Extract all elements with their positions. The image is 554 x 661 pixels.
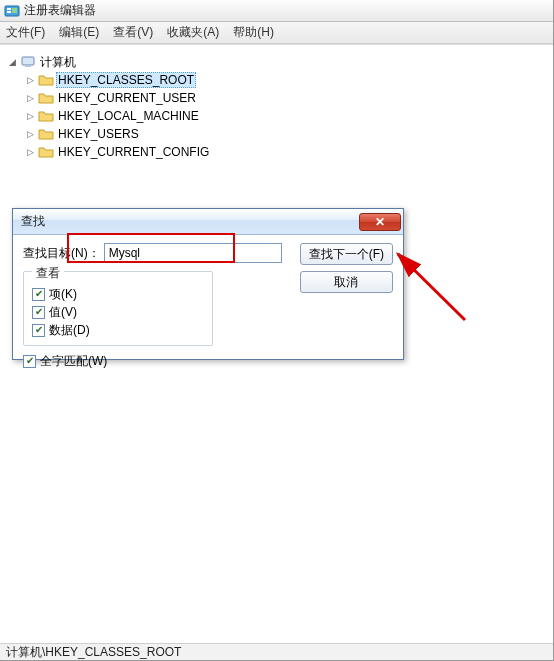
checkbox-values-row[interactable]: ✔ 值(V) [32, 303, 204, 321]
regedit-icon [4, 3, 20, 19]
tree-item-label[interactable]: HKEY_CURRENT_CONFIG [56, 144, 211, 160]
registry-editor-window: 注册表编辑器 文件(F) 编辑(E) 查看(V) 收藏夹(A) 帮助(H) ◢ … [0, 0, 554, 661]
menu-edit[interactable]: 编辑(E) [59, 24, 99, 41]
folder-icon [38, 108, 54, 124]
tree-root-row[interactable]: ◢ 计算机 [6, 53, 548, 71]
menu-view[interactable]: 查看(V) [113, 24, 153, 41]
menu-favorites[interactable]: 收藏夹(A) [167, 24, 219, 41]
status-path: 计算机\HKEY_CLASSES_ROOT [6, 644, 181, 661]
checkbox-values-label: 值(V) [49, 304, 77, 321]
tree-item-row[interactable]: ▷ HKEY_CURRENT_USER [6, 89, 548, 107]
collapse-icon[interactable]: ◢ [6, 56, 18, 68]
tree-item-row[interactable]: ▷ HKEY_USERS [6, 125, 548, 143]
checkbox-whole-label: 全字匹配(W) [40, 353, 107, 370]
expand-icon[interactable]: ▷ [24, 146, 36, 158]
window-title: 注册表编辑器 [24, 2, 96, 19]
folder-icon [38, 126, 54, 142]
checkbox-whole[interactable]: ✔ [23, 355, 36, 368]
tree-item-row[interactable]: ▷ HKEY_CLASSES_ROOT [6, 71, 548, 89]
find-dialog[interactable]: 查找 ✕ 查找目标(N)： 查看 ✔ 项(K) ✔ 值(V) [12, 208, 404, 360]
tree-root-label[interactable]: 计算机 [38, 53, 78, 72]
tree-item-row[interactable]: ▷ HKEY_CURRENT_CONFIG [6, 143, 548, 161]
checkbox-whole-row[interactable]: ✔ 全字匹配(W) [23, 352, 393, 370]
menu-help[interactable]: 帮助(H) [233, 24, 274, 41]
svg-rect-5 [25, 65, 31, 67]
dialog-body: 查找目标(N)： 查看 ✔ 项(K) ✔ 值(V) ✔ 数据(D [13, 235, 403, 359]
folder-icon [38, 90, 54, 106]
registry-tree[interactable]: ◢ 计算机 ▷ HKEY_CLASSES_ROOT [0, 45, 554, 169]
cancel-button[interactable]: 取消 [300, 271, 393, 293]
checkbox-values[interactable]: ✔ [32, 306, 45, 319]
folder-icon [38, 144, 54, 160]
dialog-buttons: 查找下一个(F) 取消 [300, 243, 393, 293]
find-input[interactable] [104, 243, 282, 263]
dialog-titlebar[interactable]: 查找 ✕ [13, 209, 403, 235]
menubar: 文件(F) 编辑(E) 查看(V) 收藏夹(A) 帮助(H) [0, 22, 554, 44]
look-at-group: 查看 ✔ 项(K) ✔ 值(V) ✔ 数据(D) [23, 271, 213, 346]
expand-icon[interactable]: ▷ [24, 74, 36, 86]
statusbar: 计算机\HKEY_CLASSES_ROOT [0, 643, 554, 661]
svg-rect-2 [7, 11, 11, 13]
svg-rect-4 [22, 57, 34, 65]
look-at-legend: 查看 [32, 265, 64, 282]
folder-icon [38, 72, 54, 88]
tree-item-label[interactable]: HKEY_USERS [56, 126, 141, 142]
checkbox-data-row[interactable]: ✔ 数据(D) [32, 321, 204, 339]
menu-file[interactable]: 文件(F) [6, 24, 45, 41]
close-icon: ✕ [375, 215, 385, 229]
tree-item-row[interactable]: ▷ HKEY_LOCAL_MACHINE [6, 107, 548, 125]
find-next-button[interactable]: 查找下一个(F) [300, 243, 393, 265]
checkbox-data-label: 数据(D) [49, 322, 90, 339]
dialog-title: 查找 [21, 213, 45, 230]
expand-icon[interactable]: ▷ [24, 128, 36, 140]
expand-icon[interactable]: ▷ [24, 110, 36, 122]
find-label: 查找目标(N)： [23, 245, 100, 262]
checkbox-keys[interactable]: ✔ [32, 288, 45, 301]
tree-item-label[interactable]: HKEY_CLASSES_ROOT [56, 72, 196, 88]
tree-item-label[interactable]: HKEY_LOCAL_MACHINE [56, 108, 201, 124]
titlebar[interactable]: 注册表编辑器 [0, 0, 554, 22]
checkbox-keys-label: 项(K) [49, 286, 77, 303]
svg-rect-1 [7, 8, 11, 10]
tree-item-label[interactable]: HKEY_CURRENT_USER [56, 90, 198, 106]
computer-icon [20, 54, 36, 70]
checkbox-keys-row[interactable]: ✔ 项(K) [32, 285, 204, 303]
expand-icon[interactable]: ▷ [24, 92, 36, 104]
svg-rect-3 [12, 8, 17, 13]
close-button[interactable]: ✕ [359, 213, 401, 231]
checkbox-data[interactable]: ✔ [32, 324, 45, 337]
